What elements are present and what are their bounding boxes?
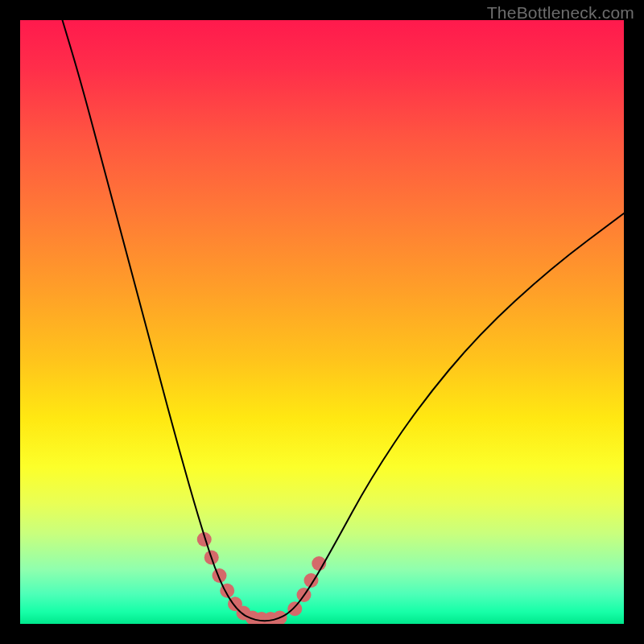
highlight-dot <box>213 568 227 583</box>
highlight-dots <box>197 532 327 624</box>
chart-frame: TheBottleneck.com <box>0 0 644 644</box>
chart-plot-area <box>20 20 624 624</box>
chart-svg-layer <box>20 20 624 624</box>
watermark-text: TheBottleneck.com <box>487 3 634 23</box>
bottleneck-curve <box>63 20 625 621</box>
highlight-dot <box>287 601 302 616</box>
